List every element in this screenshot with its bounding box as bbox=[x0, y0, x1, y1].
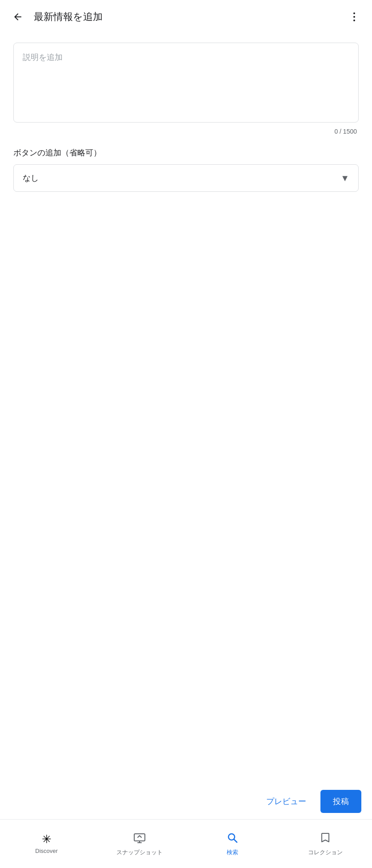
collection-icon bbox=[319, 832, 332, 846]
button-type-dropdown[interactable]: なし ▼ bbox=[13, 164, 359, 192]
header-left: 最新情報を追加 bbox=[9, 8, 103, 26]
more-options-button[interactable] bbox=[345, 8, 363, 26]
bottom-navigation: ✳ Discover スナップショット 検索 コレクション bbox=[0, 819, 372, 868]
three-dots-icon bbox=[353, 12, 355, 21]
button-section-label: ボタンの追加（省略可） bbox=[13, 147, 359, 158]
nav-label-search: 検索 bbox=[227, 848, 238, 856]
description-input[interactable] bbox=[13, 43, 359, 123]
nav-item-search[interactable]: 検索 bbox=[186, 832, 279, 856]
svg-rect-0 bbox=[134, 834, 145, 841]
nav-item-snapshot[interactable]: スナップショット bbox=[93, 832, 186, 856]
nav-label-collection: コレクション bbox=[308, 848, 343, 856]
char-count: 0 / 1500 bbox=[13, 128, 359, 135]
nav-item-discover[interactable]: ✳ Discover bbox=[0, 833, 93, 854]
preview-button[interactable]: プレビュー bbox=[259, 792, 313, 811]
discover-icon: ✳ bbox=[42, 833, 52, 845]
search-icon bbox=[226, 832, 239, 846]
nav-label-snapshot: スナップショット bbox=[116, 848, 163, 856]
header: 最新情報を追加 bbox=[0, 0, 372, 34]
main-content: 0 / 1500 ボタンの追加（省略可） なし ▼ bbox=[0, 34, 372, 201]
dropdown-selected-value: なし bbox=[23, 173, 39, 183]
action-bar: プレビュー 投稿 bbox=[0, 784, 372, 819]
page-title: 最新情報を追加 bbox=[34, 10, 103, 24]
nav-item-collection[interactable]: コレクション bbox=[279, 832, 372, 856]
snapshot-icon bbox=[133, 832, 146, 846]
nav-label-discover: Discover bbox=[35, 848, 58, 854]
back-button[interactable] bbox=[9, 8, 27, 26]
chevron-down-icon: ▼ bbox=[340, 173, 349, 183]
post-button[interactable]: 投稿 bbox=[320, 790, 361, 813]
